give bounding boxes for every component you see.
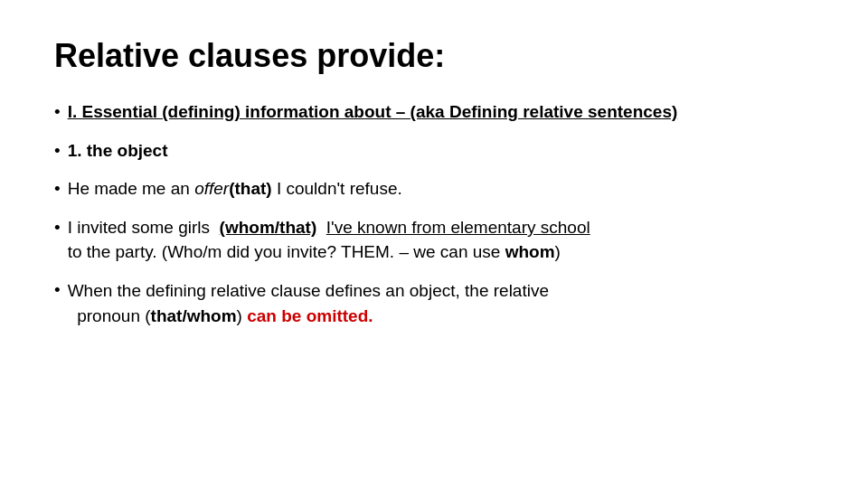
bold-that-whom: that/whom <box>151 306 237 325</box>
bullet-item-2: • 1. the object <box>54 139 814 164</box>
bullet-dot-5: • <box>54 278 61 303</box>
bullet-text-1: I. Essential (defining) information abou… <box>68 100 678 125</box>
whom-that: (whom/that) <box>220 218 317 237</box>
slide-title: Relative clauses provide: <box>54 36 814 75</box>
bold-whom: whom <box>505 242 555 261</box>
italic-offer: offer <box>194 179 229 198</box>
bullet-text-5: When the defining relative clause define… <box>68 278 549 328</box>
bullet-item-1: • I. Essential (defining) information ab… <box>54 100 814 125</box>
bullet-item-4: • I invited some girls (whom/that) I've … <box>54 216 814 264</box>
bullet-item-3: • He made me an offer(that) I couldn't r… <box>54 177 814 202</box>
bullet-item-5: • When the defining relative clause defi… <box>54 278 814 328</box>
bullet-text-3: He made me an offer(that) I couldn't ref… <box>68 177 402 202</box>
bullet-text-2: 1. the object <box>68 139 168 164</box>
red-can-be-omitted: can be omitted. <box>247 306 373 325</box>
bullet-dot-2: • <box>54 139 61 164</box>
bullet-text-4: I invited some girls (whom/that) I've kn… <box>68 216 590 264</box>
bullet-dot-1: • <box>54 100 61 125</box>
slide: Relative clauses provide: • I. Essential… <box>0 0 868 488</box>
bullet-dot-4: • <box>54 216 61 240</box>
bullet-dot-3: • <box>54 177 61 202</box>
known-from-school: I've known from elementary school <box>326 218 590 237</box>
bold-that: (that) <box>229 179 271 198</box>
bullet1-underline-bold: I. Essential (defining) information abou… <box>68 102 678 121</box>
